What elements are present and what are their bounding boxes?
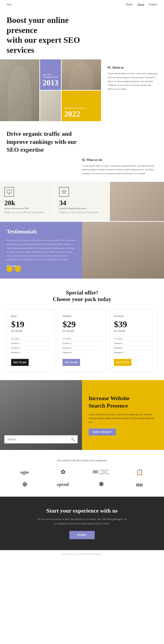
stats-row: 20k projects success rate 99% Sample tex…: [0, 182, 164, 221]
partner-doc: 📋: [136, 469, 143, 476]
svg-rect-0: [7, 190, 11, 193]
search-input[interactable]: [8, 438, 69, 441]
award1-label: Best SEO Campaign Award: [43, 73, 58, 78]
what-section: 02. What we do Lorem ipsum dolor sit ame…: [0, 158, 164, 182]
feature-basic-4: Feature 4: [11, 350, 50, 354]
stat2-icon: [59, 187, 69, 197]
stat2-label: award for digital innovation: [59, 207, 86, 210]
price-card-basic: Basic $19 Per Month 15 Users Feature 2 F…: [7, 309, 55, 371]
about-image-grid: Best SEO Campaign Award 2013 SEO Excelle…: [0, 60, 101, 121]
what-title: 02. What we do: [82, 158, 157, 162]
pricing-section: Special offer! Choose your pack today Ba…: [0, 278, 164, 380]
feature-standart-1: 15 Users: [63, 336, 101, 341]
price-card-premium: Premium $39 Per Month 15 Users Feature 2…: [109, 309, 157, 371]
testimonials-next-button[interactable]: ›: [15, 266, 21, 272]
partner-ogie: ogie: [21, 469, 29, 475]
partner-nu: nu: [136, 481, 143, 488]
what-left: [7, 158, 82, 176]
stat1-number: 20k: [4, 199, 15, 207]
cta-banner: 🔍 Increase Website Search Presence Lorem…: [0, 380, 164, 450]
stat-people-image: [110, 182, 164, 221]
partner-ogie-text: ogie: [21, 469, 29, 475]
what-body: Lorem ipsum dolor sit amet, consectetur …: [82, 164, 157, 176]
price-amount-basic: $19: [11, 319, 50, 330]
partner-nu-text: nu: [136, 481, 143, 488]
main-person-image: [0, 60, 39, 121]
nav-about[interactable]: About: [137, 2, 144, 6]
side-person-image: [62, 60, 101, 90]
feature-premium-4: Feature 4: [114, 350, 153, 354]
our-contact-button[interactable]: OUR CONTACT: [89, 428, 116, 436]
testimonials-office-image: [82, 222, 164, 278]
testimonials-content: Testimonials At vero eos et accusam et j…: [0, 222, 82, 278]
drive-heading: Drive organic traffic and improve rankin…: [7, 130, 90, 154]
feature-standart-4: Feature 4: [63, 350, 101, 354]
stat1-icon: [4, 187, 14, 197]
nav-contact[interactable]: Contact: [149, 2, 157, 6]
partners-grid: ogie ✿ HD INDUSTRYLINKSDIRECTORY 📋 ⊕ epe…: [7, 469, 157, 488]
nav-links: Home About Contact: [126, 2, 157, 6]
testimonials-heading: Testimonials: [7, 228, 75, 235]
price-period-standart: Per Month: [63, 330, 101, 333]
partner-grape: ❋: [99, 481, 104, 488]
award1-year: 2013: [43, 78, 58, 87]
cta-bottom-heading: Start your experience with us: [7, 508, 157, 514]
about-text: 01. About us Lorem ipsum dolor sit amet,…: [101, 60, 164, 121]
search-icon: 🔍: [71, 438, 75, 441]
price-btn-basic[interactable]: GET PLAN: [11, 359, 29, 366]
cta-bottom-section: Start your experience with us At vero eo…: [0, 497, 164, 550]
start-button[interactable]: START: [69, 531, 95, 539]
award2-label: SEO Excellence Award: [64, 107, 85, 109]
hero-heading: Boost your online presence with our expe…: [7, 15, 98, 55]
cta-bottom-text: At vero eos et accusam et justo duo dolo…: [36, 517, 128, 526]
cta-body: Lorem ipsum dolor sit amet, consectetur …: [89, 412, 157, 424]
price-features-premium: 15 Users Feature 2 Feature 3 Feature 4: [114, 336, 153, 354]
partner-epend: epend: [57, 482, 69, 487]
partner-globe: ⊕: [22, 481, 27, 488]
cta-right-content: Increase Website Search Presence Lorem i…: [82, 380, 164, 450]
feature-standart-2: Feature 2: [63, 341, 101, 345]
about-body: Lorem ipsum dolor sit amet, consectetur …: [108, 72, 157, 91]
testimonials-text: At vero eos et accusam et justo duo dolo…: [7, 238, 75, 262]
price-tier-basic: Basic: [11, 314, 50, 318]
partner-globe-icon: ⊕: [22, 481, 27, 488]
about-title: 01. About us: [108, 66, 157, 70]
price-btn-premium[interactable]: GET PLAN: [114, 359, 131, 366]
partner-flower-icon: ✿: [61, 469, 65, 476]
footer-note: Sample text, Click to select the Text El…: [0, 550, 164, 558]
pricing-cards: Basic $19 Per Month 15 Users Feature 2 F…: [7, 309, 157, 371]
stat-card-1: 20k projects success rate 99% Sample tex…: [0, 182, 54, 221]
testimonials-nav: ‹ ›: [7, 266, 21, 272]
stat1-desc: Sample text, click to select the Text El…: [4, 211, 44, 214]
feature-premium-2: Feature 2: [114, 341, 153, 345]
partner-doc-icon: 📋: [136, 469, 143, 476]
feature-basic-1: 15 Users: [11, 336, 50, 341]
stat1-label: projects success rate 99%: [4, 207, 29, 210]
cta-keyboard-section: 🔍: [0, 380, 82, 450]
drive-section: Drive organic traffic and improve rankin…: [0, 121, 164, 158]
partner-hd-text: HD: [93, 470, 98, 474]
price-btn-standart[interactable]: GET PLAN: [63, 359, 80, 366]
price-features-standart: 15 Users Feature 2 Feature 3 Feature 4: [63, 336, 101, 354]
partners-label: We worked with the world's best companie…: [7, 459, 157, 462]
price-period-basic: Per Month: [11, 330, 50, 333]
price-amount-premium: $39: [114, 319, 153, 330]
stat2-desc: Sample text, click to select the Text El…: [59, 211, 99, 214]
feature-premium-3: Feature 3: [114, 345, 153, 350]
stat-card-2: 34 award for digital innovation Sample t…: [55, 182, 109, 221]
testimonials-section: Testimonials At vero eos et accusam et j…: [0, 222, 164, 278]
price-card-standart: Standart $29 Per Month 15 Users Feature …: [58, 309, 106, 371]
nav-home[interactable]: Home: [126, 2, 133, 6]
award-2013-card: Best SEO Campaign Award 2013: [40, 60, 61, 90]
search-bar: 🔍: [4, 435, 78, 444]
feature-premium-1: 15 Users: [114, 336, 153, 341]
testimonials-prev-button[interactable]: ‹: [7, 266, 13, 272]
price-period-premium: Per Month: [114, 330, 153, 333]
feature-basic-3: Feature 3: [11, 345, 50, 350]
stat2-number: 34: [59, 199, 66, 207]
partner-grape-icon: ❋: [99, 481, 104, 488]
tablet-image: [40, 90, 61, 121]
partner-hd: HD INDUSTRYLINKSDIRECTORY: [93, 470, 110, 475]
cta-heading: Increase Website Search Presence: [89, 395, 157, 410]
price-tier-standart: Standart: [63, 314, 101, 318]
